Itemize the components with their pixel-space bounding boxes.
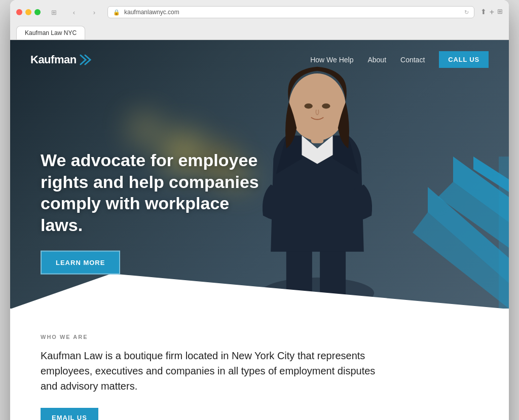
url-text: kaufmanlawnyc.com bbox=[124, 9, 179, 16]
back-icon[interactable]: ‹ bbox=[67, 5, 81, 19]
logo[interactable]: Kaufman bbox=[30, 53, 93, 66]
svg-marker-7 bbox=[10, 274, 509, 309]
sidebar-toggle-icon[interactable]: ⊞ bbox=[47, 5, 61, 19]
grid-icon[interactable]: ⊞ bbox=[497, 8, 503, 17]
maximize-button[interactable] bbox=[34, 9, 41, 15]
nav-links: How We Help About Contact CALL US bbox=[310, 51, 489, 68]
close-button[interactable] bbox=[16, 9, 22, 15]
email-us-button[interactable]: EMAIL US bbox=[41, 408, 98, 420]
nav-how-we-help[interactable]: How We Help bbox=[310, 56, 353, 64]
bokeh-light-3 bbox=[132, 116, 157, 141]
logo-icon bbox=[79, 54, 93, 65]
forward-icon[interactable]: › bbox=[87, 5, 101, 19]
lock-icon: 🔒 bbox=[113, 9, 120, 16]
hero-cut bbox=[10, 274, 509, 309]
share-icon[interactable]: ⬆ bbox=[480, 8, 487, 17]
nav-contact[interactable]: Contact bbox=[400, 56, 425, 64]
address-bar[interactable]: 🔒 kaufmanlawnyc.com ↻ bbox=[107, 6, 474, 18]
browser-tabs: Kaufman Law NYC bbox=[16, 23, 503, 40]
new-tab-icon[interactable]: + bbox=[490, 8, 494, 17]
hero-headline: We advocate for employee rights and help… bbox=[41, 149, 264, 236]
minimize-button[interactable] bbox=[25, 9, 31, 15]
browser-actions: ⬆ + ⊞ bbox=[480, 8, 503, 17]
browser-chrome: ⊞ ‹ › 🔒 kaufmanlawnyc.com ↻ ⬆ + ⊞ Kaufma… bbox=[10, 0, 509, 40]
who-we-are-section: WHO WE ARE Kaufman Law is a boutique fir… bbox=[10, 309, 509, 420]
hero-content: We advocate for employee rights and help… bbox=[41, 149, 264, 275]
website: Kaufman How We Help About Contact CALL U… bbox=[10, 40, 509, 420]
refresh-icon[interactable]: ↻ bbox=[464, 9, 469, 16]
svg-point-4 bbox=[289, 73, 346, 141]
nav-about[interactable]: About bbox=[367, 56, 386, 64]
traffic-lights bbox=[16, 9, 41, 15]
call-us-button[interactable]: CALL US bbox=[439, 51, 489, 68]
who-label: WHO WE ARE bbox=[41, 334, 478, 340]
logo-text: Kaufman bbox=[30, 53, 77, 66]
svg-point-5 bbox=[305, 103, 313, 108]
who-text: Kaufman Law is a boutique firm located i… bbox=[41, 348, 385, 394]
hero-section: Kaufman How We Help About Contact CALL U… bbox=[10, 40, 509, 309]
learn-more-button[interactable]: LEARN MORE bbox=[41, 251, 120, 275]
active-tab[interactable]: Kaufman Law NYC bbox=[16, 26, 85, 40]
navigation: Kaufman How We Help About Contact CALL U… bbox=[10, 40, 509, 79]
browser-titlebar: ⊞ ‹ › 🔒 kaufmanlawnyc.com ↻ ⬆ + ⊞ bbox=[16, 5, 503, 19]
browser-window: ⊞ ‹ › 🔒 kaufmanlawnyc.com ↻ ⬆ + ⊞ Kaufma… bbox=[10, 0, 509, 420]
svg-point-6 bbox=[322, 103, 330, 108]
